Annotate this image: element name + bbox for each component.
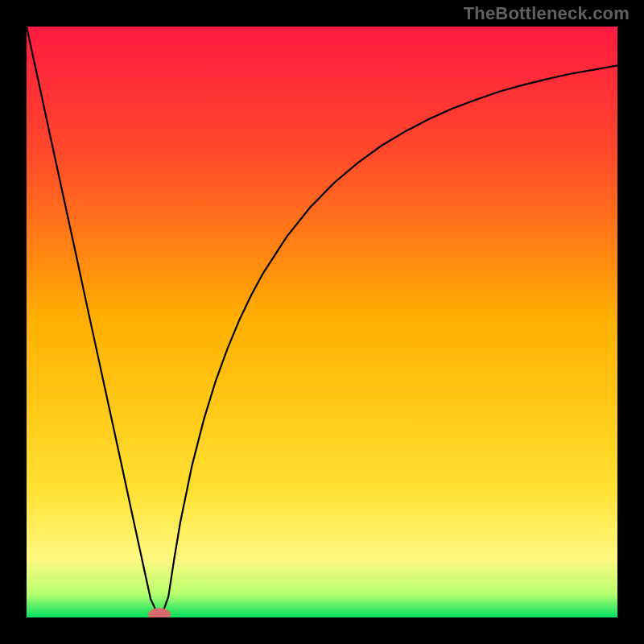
watermark-text: TheBottleneck.com [464,3,630,24]
plot-area [27,27,617,617]
gradient-background [27,27,617,617]
chart-container: TheBottleneck.com [0,0,644,644]
chart-svg [27,27,617,617]
